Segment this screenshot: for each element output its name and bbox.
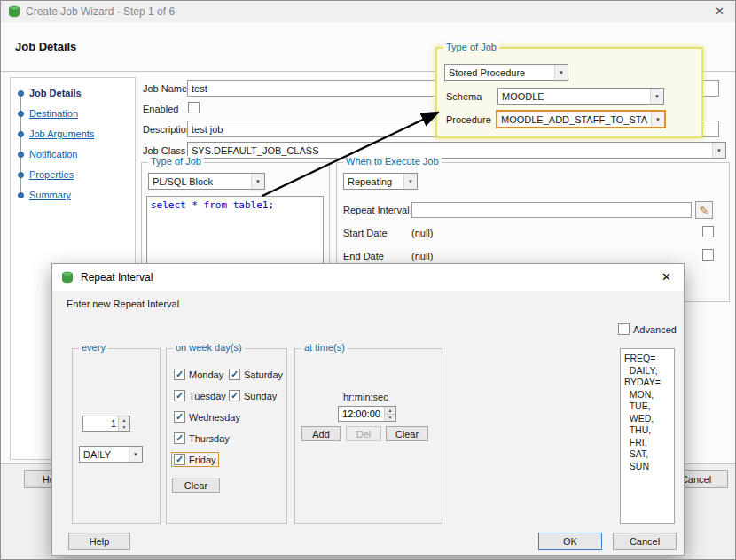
type-of-job-group-label: Type of Job bbox=[148, 156, 204, 167]
del-time-button[interactable]: Del bbox=[346, 426, 381, 441]
chevron-down-icon: ▼ bbox=[129, 447, 142, 462]
repeat-interval-dialog: Repeat Interval ✕ Enter new Repeat Inter… bbox=[51, 263, 685, 556]
check-icon: ✓ bbox=[231, 369, 239, 379]
check-icon: ✓ bbox=[176, 391, 184, 401]
every-group: every ▲ ▼ DAILY ▼ bbox=[72, 348, 161, 524]
step-bullet-icon bbox=[18, 131, 24, 137]
interval-input[interactable] bbox=[83, 416, 118, 431]
dialog-app-icon bbox=[61, 271, 74, 284]
start-date-label: Start Date bbox=[343, 228, 388, 238]
app-icon bbox=[8, 5, 20, 18]
step-bullet-icon bbox=[18, 111, 24, 117]
sunday-checkbox[interactable]: ✓ bbox=[229, 390, 240, 401]
time-input[interactable] bbox=[339, 407, 384, 421]
dialog-titlebar: Repeat Interval ✕ bbox=[52, 264, 684, 291]
time-format-label: hr:min:sec bbox=[343, 392, 388, 402]
interval-spinner[interactable]: ▲ ▼ bbox=[82, 416, 130, 432]
check-icon: ✓ bbox=[176, 369, 184, 379]
spin-up-icon[interactable]: ▲ bbox=[385, 407, 395, 414]
annotation-arrow-icon bbox=[256, 105, 439, 203]
step-bullet-icon bbox=[18, 172, 24, 178]
dialog-close-icon[interactable]: ✕ bbox=[662, 271, 671, 283]
tuesday-checkbox[interactable]: ✓ bbox=[174, 390, 185, 401]
schema-select[interactable]: MOODLE ▼ bbox=[497, 88, 664, 105]
procedure-select[interactable]: MOODLE_ADD_STAFF_TO_STA ▼ bbox=[496, 110, 666, 128]
check-icon: ✓ bbox=[231, 391, 239, 401]
sidebar-item-job-arguments[interactable]: Job Arguments bbox=[18, 127, 94, 141]
frequency-select[interactable]: DAILY ▼ bbox=[79, 446, 143, 463]
stored-procedure-type-select[interactable]: Stored Procedure ▼ bbox=[444, 64, 568, 81]
weekday-thursday[interactable]: ✓ Thursday bbox=[172, 432, 231, 445]
wizard-titlebar: Create Job Wizard - Step 1 of 6 ✕ bbox=[1, 1, 735, 22]
every-group-label: every bbox=[79, 342, 108, 353]
end-date-value: (null) bbox=[411, 251, 433, 261]
interval-spin-buttons[interactable]: ▲ ▼ bbox=[118, 416, 129, 431]
job-name-label: Job Name bbox=[143, 83, 187, 94]
time-spin-buttons[interactable]: ▲ ▼ bbox=[384, 407, 395, 421]
description-label: Description bbox=[143, 124, 192, 135]
procedure-label: Procedure bbox=[446, 114, 491, 125]
check-icon: ✓ bbox=[176, 455, 184, 464]
dialog-help-button[interactable]: Help bbox=[68, 533, 130, 550]
chevron-down-icon: ▼ bbox=[712, 143, 725, 158]
sidebar-item-notification[interactable]: Notification bbox=[18, 147, 77, 161]
job-type-select[interactable]: PL/SQL Block ▼ bbox=[148, 173, 265, 190]
monday-checkbox[interactable]: ✓ bbox=[174, 369, 185, 380]
times-group: at time(s) hr:min:sec ▲ ▼ Add Del Clear bbox=[294, 348, 442, 524]
weekday-monday[interactable]: ✓ Monday bbox=[172, 368, 225, 381]
time-spinner[interactable]: ▲ ▼ bbox=[338, 406, 396, 422]
add-time-button[interactable]: Add bbox=[301, 426, 341, 441]
enabled-label: Enabled bbox=[143, 104, 178, 114]
weekday-saturday[interactable]: ✓ Saturday bbox=[227, 368, 285, 381]
interval-preview: FREQ= DAILY; BYDAY= MON, TUE, WED, THU, … bbox=[620, 348, 675, 524]
pencil-icon: ✎ bbox=[700, 204, 709, 217]
check-icon: ✓ bbox=[176, 433, 184, 443]
chevron-down-icon: ▼ bbox=[554, 65, 568, 80]
weekday-friday[interactable]: ✓ Friday bbox=[172, 453, 218, 466]
dialog-ok-button[interactable]: OK bbox=[538, 533, 602, 550]
dialog-prompt: Enter new Repeat Interval bbox=[67, 299, 179, 309]
create-job-wizard-window: Create Job Wizard - Step 1 of 6 ✕ Job De… bbox=[0, 0, 736, 560]
weekdays-group-label: on week day(s) bbox=[173, 342, 245, 353]
wizard-close-icon[interactable]: ✕ bbox=[715, 5, 724, 17]
clear-times-button[interactable]: Clear bbox=[386, 426, 428, 441]
sidebar-item-job-details[interactable]: Job Details bbox=[18, 86, 82, 100]
step-bullet-icon bbox=[18, 152, 24, 158]
weekday-wednesday[interactable]: ✓ Wednesday bbox=[172, 410, 242, 424]
saturday-checkbox[interactable]: ✓ bbox=[229, 369, 240, 380]
stored-procedure-type-value: Stored Procedure bbox=[445, 66, 554, 79]
weekday-tuesday[interactable]: ✓ Tuesday bbox=[172, 389, 228, 402]
advanced-checkbox[interactable] bbox=[618, 323, 630, 335]
thursday-checkbox[interactable]: ✓ bbox=[174, 432, 185, 444]
chevron-down-icon: ▼ bbox=[651, 112, 664, 127]
schema-value: MOODLE bbox=[498, 90, 650, 103]
advanced-checkbox-row[interactable]: Advanced bbox=[616, 323, 678, 336]
spin-down-icon[interactable]: ▼ bbox=[119, 424, 129, 432]
repeat-interval-label: Repeat Interval bbox=[343, 205, 410, 215]
sidebar-item-properties[interactable]: Properties bbox=[18, 167, 74, 182]
enabled-checkbox[interactable] bbox=[188, 102, 200, 113]
times-group-label: at time(s) bbox=[301, 342, 348, 353]
start-date-checkbox[interactable] bbox=[702, 226, 714, 237]
end-date-label: End Date bbox=[343, 251, 384, 261]
weekdays-clear-button[interactable]: Clear bbox=[172, 478, 220, 493]
sidebar-item-destination[interactable]: Destination bbox=[18, 106, 78, 121]
spin-down-icon[interactable]: ▼ bbox=[385, 414, 395, 422]
advanced-label: Advanced bbox=[633, 324, 677, 335]
window-title: Create Job Wizard - Step 1 of 6 bbox=[26, 5, 175, 18]
frequency-value: DAILY bbox=[80, 448, 129, 461]
edit-repeat-interval-button[interactable]: ✎ bbox=[695, 201, 713, 219]
weekday-sunday[interactable]: ✓ Sunday bbox=[227, 389, 278, 402]
sidebar-item-summary[interactable]: Summary bbox=[18, 188, 71, 202]
repeat-interval-input[interactable] bbox=[411, 202, 692, 218]
start-date-value: (null) bbox=[411, 228, 433, 238]
chevron-down-icon: ▼ bbox=[650, 89, 663, 104]
friday-checkbox[interactable]: ✓ bbox=[174, 454, 185, 465]
highlight-group-label: Type of Job bbox=[443, 42, 499, 52]
spin-up-icon[interactable]: ▲ bbox=[119, 416, 129, 424]
wednesday-checkbox[interactable]: ✓ bbox=[174, 411, 185, 423]
step-bullet-icon bbox=[18, 192, 24, 198]
type-of-job-highlight-panel: Type of Job Stored Procedure ▼ Schema MO… bbox=[435, 47, 703, 138]
dialog-cancel-button[interactable]: Cancel bbox=[613, 533, 677, 550]
end-date-checkbox[interactable] bbox=[702, 249, 714, 261]
